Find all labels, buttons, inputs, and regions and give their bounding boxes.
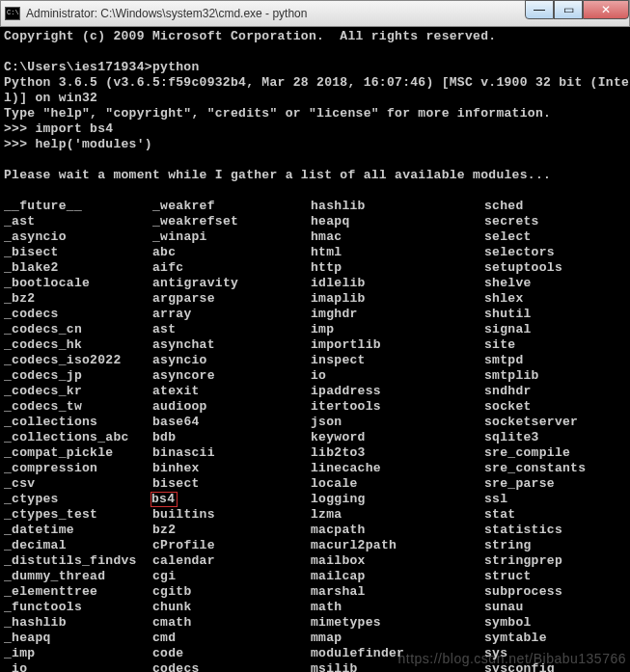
terminal-line: Copyright (c) 2009 Microsoft Corporation…	[4, 29, 626, 44]
module-row: _ctypesbs4loggingssl	[4, 492, 626, 507]
window-controls: — ▭ ✕	[525, 0, 629, 19]
module-name: _distutils_findvs	[4, 553, 152, 569]
minimize-button[interactable]: —	[525, 0, 554, 19]
module-name: audioop	[152, 399, 311, 415]
module-name: keyword	[311, 430, 484, 445]
module-name: _csv	[4, 476, 152, 492]
module-name: _codecs_jp	[4, 368, 152, 384]
module-name: mailbox	[311, 553, 484, 569]
module-name: _dummy_thread	[4, 569, 152, 584]
module-row: _codecs_twaudioopitertoolssocket	[4, 399, 626, 415]
terminal-line: Python 3.6.5 (v3.6.5:f59c0932b4, Mar 28 …	[4, 75, 626, 91]
module-name: cgitb	[152, 584, 311, 600]
module-name: html	[311, 245, 484, 260]
module-row: _ctypes_testbuiltinslzmastat	[4, 507, 626, 523]
module-name: imp	[311, 322, 484, 337]
module-name: _elementtree	[4, 584, 152, 600]
window-titlebar: Administrator: C:\Windows\system32\cmd.e…	[0, 0, 630, 27]
module-name: hashlib	[311, 199, 484, 214]
module-name: _io	[4, 661, 152, 672]
module-name: io	[311, 368, 484, 384]
module-row: _ast_weakrefsetheapqsecrets	[4, 214, 626, 229]
module-name: http	[311, 260, 484, 276]
module-name: _codecs	[4, 307, 152, 322]
module-name: calendar	[152, 553, 311, 569]
terminal-line: >>> import bs4	[4, 121, 626, 137]
module-name: asynchat	[152, 337, 311, 353]
module-row: _csvbisectlocalesre_parse	[4, 476, 626, 492]
module-name: atexit	[152, 384, 311, 399]
module-name: _weakref	[152, 199, 311, 214]
close-button[interactable]: ✕	[583, 0, 629, 19]
module-name: _codecs_kr	[4, 384, 152, 399]
module-name: _compat_pickle	[4, 445, 152, 461]
module-name: _collections_abc	[4, 430, 152, 445]
window-title: Administrator: C:\Windows\system32\cmd.e…	[26, 7, 525, 20]
module-name: _bisect	[4, 245, 152, 260]
module-name: shutil	[484, 307, 532, 322]
module-row: _decimalcProfilemacurl2pathstring	[4, 538, 626, 553]
module-name: _bootlocale	[4, 276, 152, 291]
module-row: _codecs_cnastimpsignal	[4, 322, 626, 337]
module-name: lzma	[311, 507, 484, 523]
terminal-output[interactable]: Copyright (c) 2009 Microsoft Corporation…	[0, 27, 630, 672]
module-name: sndhdr	[484, 384, 532, 399]
module-name: _winapi	[152, 229, 311, 245]
module-name: cmd	[152, 631, 311, 646]
module-name: subprocess	[484, 584, 562, 600]
module-row: _codecs_kratexitipaddresssndhdr	[4, 384, 626, 399]
module-name: cProfile	[152, 538, 311, 553]
module-name: shlex	[484, 291, 524, 307]
module-row: _codecs_hkasynchatimportlibsite	[4, 337, 626, 353]
module-name: _heapq	[4, 631, 152, 646]
module-name: ssl	[484, 492, 507, 507]
module-name: heapq	[311, 214, 484, 229]
module-name: locale	[311, 476, 484, 492]
module-row: _bisectabchtmlselectors	[4, 245, 626, 260]
module-name: binascii	[152, 445, 311, 461]
module-row: _collectionsbase64jsonsocketserver	[4, 415, 626, 430]
module-name: json	[311, 415, 484, 430]
module-name: abc	[152, 245, 311, 260]
module-name: _asyncio	[4, 229, 152, 245]
module-name: cgi	[152, 569, 311, 584]
module-name: codecs	[152, 661, 311, 672]
module-name: ipaddress	[311, 384, 484, 399]
module-name: aifc	[152, 260, 311, 276]
module-name: string	[484, 538, 532, 553]
module-name: shelve	[484, 276, 532, 291]
module-name: lib2to3	[311, 445, 484, 461]
module-name: mailcap	[311, 569, 484, 584]
module-name: __future__	[4, 199, 152, 214]
module-name: socketserver	[484, 415, 578, 430]
module-name: _compression	[4, 461, 152, 476]
cmd-icon	[5, 7, 20, 20]
module-name: socket	[484, 399, 532, 415]
module-row: _dummy_threadcgimailcapstruct	[4, 569, 626, 584]
module-row: _compressionbinhexlinecachesre_constants	[4, 461, 626, 476]
module-row: _codecs_iso2022asyncioinspectsmtpd	[4, 353, 626, 368]
module-name: symtable	[484, 631, 547, 646]
module-name: _blake2	[4, 260, 152, 276]
module-name: _codecs_hk	[4, 337, 152, 353]
maximize-button[interactable]: ▭	[554, 0, 583, 19]
terminal-line	[4, 44, 626, 60]
terminal-line: l)] on win32	[4, 91, 626, 106]
module-name: _collections	[4, 415, 152, 430]
module-name: linecache	[311, 461, 484, 476]
module-name: imaplib	[311, 291, 484, 307]
module-name: macpath	[311, 523, 484, 538]
module-name: mimetypes	[311, 615, 484, 631]
module-name: symbol	[484, 615, 532, 631]
module-name: struct	[484, 569, 532, 584]
module-name: _weakrefset	[152, 214, 311, 229]
module-row: __future___weakrefhashlibsched	[4, 199, 626, 214]
module-name: mmap	[311, 631, 484, 646]
module-name: _ctypes_test	[4, 507, 152, 523]
module-row: _blake2aifchttpsetuptools	[4, 260, 626, 276]
module-name: setuptools	[484, 260, 562, 276]
terminal-line: Please wait a moment while I gather a li…	[4, 168, 626, 183]
module-name: _decimal	[4, 538, 152, 553]
module-name: bdb	[152, 430, 311, 445]
module-row: _compat_picklebinasciilib2to3sre_compile	[4, 445, 626, 461]
